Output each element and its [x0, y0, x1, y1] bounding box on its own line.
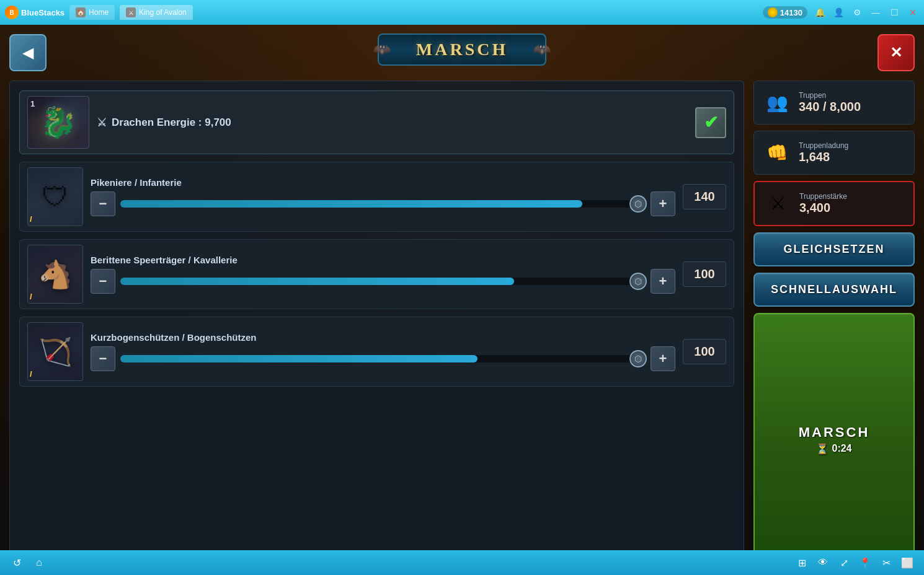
truppenladung-value: 1,648 — [799, 150, 848, 164]
gleichsetzen-button[interactable]: GLEICHSETZEN — [753, 232, 915, 266]
archers-slider-fill — [120, 355, 478, 362]
dragon-checkbox[interactable]: ✔ — [695, 107, 726, 138]
truppenstaerke-label: Truppenstärke — [799, 192, 847, 201]
close-window-button[interactable]: ✕ — [907, 6, 919, 19]
home-tab-label: Home — [89, 8, 109, 17]
maximize-button[interactable]: ☐ — [888, 6, 900, 19]
truppenladung-icon: 👊 — [763, 139, 791, 167]
dragon-image: 1 🐉 — [27, 96, 89, 149]
hourglass-icon: ⏳ — [816, 443, 828, 455]
marsch-button[interactable]: MARSCH ⏳ 0:24 — [753, 313, 915, 566]
settings-icon[interactable]: ⚙ — [851, 6, 863, 19]
truppen-value: 340 / 8,000 — [799, 100, 861, 114]
notification-icon[interactable]: 🔔 — [814, 6, 826, 19]
game-area: MARSCH 1 🐉 ⚔ Drachen Energie : 9,700 — [0, 25, 924, 575]
home-tab-icon: 🏠 — [76, 7, 86, 17]
header: MARSCH — [0, 25, 924, 74]
crossed-swords-icon: ⚔ — [97, 116, 107, 129]
archers-plus-button[interactable]: + — [651, 346, 675, 371]
eye-icon[interactable]: 👁 — [815, 555, 830, 570]
back-button[interactable] — [9, 34, 47, 71]
koa-tab-icon: ⚔ — [126, 7, 136, 17]
cavalry-slider-thumb[interactable] — [629, 273, 647, 290]
pikemen-slider-row: − + — [91, 191, 675, 216]
archers-slider[interactable] — [120, 355, 646, 362]
coin-icon — [768, 7, 778, 17]
undo-icon[interactable]: ↺ — [9, 555, 24, 570]
cavalry-controls: Berittene Speerträger / Kavallerie − + — [91, 255, 675, 294]
coin-amount: 14130 — [780, 8, 802, 17]
truppenladung-label: Truppenladung — [799, 141, 848, 150]
pikemen-icon: 🛡 — [42, 182, 69, 213]
pikemen-count: 140 — [683, 184, 726, 209]
pikemen-slider-fill — [120, 200, 582, 208]
close-button[interactable] — [877, 34, 915, 71]
truppenstaerke-info: Truppenstärke 3,400 — [799, 192, 847, 215]
page-title: MARSCH — [416, 40, 508, 59]
pikemen-plus-button[interactable]: + — [651, 191, 675, 216]
archers-icon: 🏹 — [38, 336, 73, 368]
title-container: MARSCH — [378, 33, 546, 66]
cavalry-minus-button[interactable]: − — [91, 269, 115, 294]
cavalry-name: Berittene Speerträger / Kavallerie — [91, 255, 675, 265]
pikemen-slider[interactable] — [120, 200, 646, 208]
minimize-button[interactable]: — — [869, 6, 882, 19]
coin-display: 14130 — [763, 6, 807, 19]
pikemen-image: 🛡 I — [27, 167, 83, 226]
titlebar-right: 14130 🔔 👤 ⚙ — ☐ ✕ — [763, 6, 919, 19]
troop-row-cavalry: 🐴 I Berittene Speerträger / Kavallerie −… — [19, 239, 734, 309]
dragon-silhouette-icon: 🐉 — [40, 105, 77, 140]
taskbar-left: ↺ ⌂ — [9, 555, 47, 570]
archers-minus-button[interactable]: − — [91, 346, 115, 371]
rectangle-icon[interactable]: ⬜ — [900, 555, 915, 570]
grid-icon[interactable]: ⊞ — [794, 555, 809, 570]
dragon-number: 1 — [30, 99, 35, 108]
marsch-time-value: 0:24 — [832, 443, 851, 454]
checkmark-icon: ✔ — [704, 112, 718, 133]
troop-row-archers: 🏹 I Kurzbogenschützen / Bogenschützen − … — [19, 317, 734, 387]
tab-king-of-avalon[interactable]: ⚔ King of Avalon — [120, 5, 193, 20]
schnellauswahl-button[interactable]: SCHNELLAUSWAHL — [753, 273, 915, 307]
troop-row-pikemen: 🛡 I Pikeniere / Infanterie − + 140 — [19, 162, 734, 232]
truppen-label: Truppen — [799, 91, 861, 100]
taskbar: ↺ ⌂ ⊞ 👁 ⤢ 📍 ✂ ⬜ — [0, 550, 924, 575]
right-panel: 👥 Truppen 340 / 8,000 👊 Truppenladung 1,… — [753, 81, 915, 566]
location-icon[interactable]: 📍 — [858, 555, 873, 570]
pikemen-slider-thumb[interactable] — [629, 195, 647, 213]
truppen-icon: 👥 — [763, 89, 791, 116]
archers-controls: Kurzbogenschützen / Bogenschützen − + — [91, 332, 675, 371]
cavalry-image: 🐴 I — [27, 245, 83, 304]
archers-image: 🏹 I — [27, 322, 83, 381]
truppen-stat: 👥 Truppen 340 / 8,000 — [753, 81, 915, 125]
archers-name: Kurzbogenschützen / Bogenschützen — [91, 332, 675, 343]
dragon-energy-label: ⚔ Drachen Energie : 9,700 — [97, 116, 688, 129]
cavalry-slider-row: − + — [91, 269, 675, 294]
pikemen-controls: Pikeniere / Infanterie − + — [91, 177, 675, 216]
truppenstaerke-icon: ⚔ — [764, 190, 792, 217]
cavalry-count: 100 — [683, 261, 726, 287]
bluestacks-logo: B BlueStacks — [5, 6, 64, 19]
truppen-info: Truppen 340 / 8,000 — [799, 91, 861, 114]
tab-home[interactable]: 🏠 Home — [69, 5, 115, 20]
marsch-time-row: ⏳ 0:24 — [816, 443, 851, 455]
dragon-energy-row: 1 🐉 ⚔ Drachen Energie : 9,700 ✔ — [19, 90, 734, 154]
truppenstaerke-stat: ⚔ Truppenstärke 3,400 — [753, 181, 915, 226]
marsch-label: MARSCH — [799, 424, 870, 441]
pikemen-name: Pikeniere / Infanterie — [91, 177, 675, 188]
titlebar: B BlueStacks 🏠 Home ⚔ King of Avalon 141… — [0, 0, 924, 25]
pikemen-minus-button[interactable]: − — [91, 191, 115, 216]
main-content: 1 🐉 ⚔ Drachen Energie : 9,700 ✔ 🛡 I — [9, 81, 915, 566]
pikemen-tier: I — [30, 215, 32, 224]
fullscreen-icon[interactable]: ⤢ — [837, 555, 851, 570]
cavalry-slider[interactable] — [120, 278, 646, 285]
cavalry-plus-button[interactable]: + — [651, 269, 675, 294]
bluestacks-label: BlueStacks — [21, 8, 64, 17]
koa-tab-label: King of Avalon — [139, 8, 187, 17]
home-icon[interactable]: ⌂ — [32, 555, 47, 570]
archers-slider-thumb[interactable] — [629, 350, 647, 367]
archers-tier: I — [30, 370, 32, 379]
scissors-icon[interactable]: ✂ — [879, 555, 894, 570]
archers-count: 100 — [683, 339, 726, 364]
profile-icon[interactable]: 👤 — [832, 6, 845, 19]
truppenladung-stat: 👊 Truppenladung 1,648 — [753, 131, 915, 175]
